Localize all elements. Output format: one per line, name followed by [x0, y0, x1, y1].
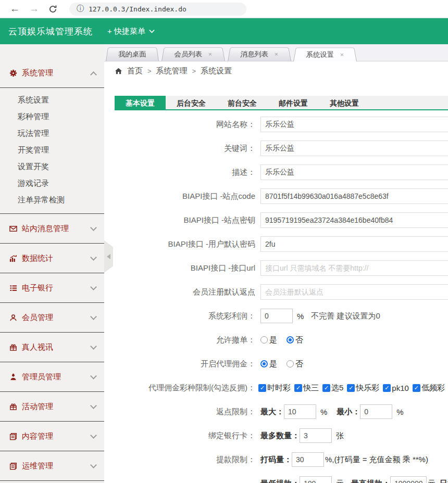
dama-label: 打码量：: [260, 455, 292, 465]
dama-input[interactable]: [292, 452, 324, 467]
dama-formula: %,(打码量 = 充值金额 乘 **%): [325, 455, 428, 465]
reload-icon[interactable]: [48, 5, 57, 14]
agent-commission-yes-radio[interactable]: [260, 360, 268, 367]
sidebar-item-activity-management[interactable]: 活动管理: [0, 392, 104, 421]
allow-cancel-no-radio[interactable]: [287, 336, 294, 344]
breadcrumb-system-management[interactable]: 系统管理: [156, 66, 188, 76]
breadcrumb-system-settings[interactable]: 系统设置: [201, 66, 232, 76]
tab-member-list[interactable]: 会员列表 ×: [161, 47, 225, 61]
sidebar-item-message-management[interactable]: 站内消息管理: [0, 214, 104, 243]
sidebar-item-draw-management[interactable]: 开奖管理: [0, 142, 104, 158]
tab-label: 消息列表: [240, 48, 269, 61]
chart-icon: [9, 255, 17, 262]
sidebar-item-member-management[interactable]: 会员管理: [0, 303, 104, 332]
close-icon[interactable]: ×: [340, 48, 345, 61]
checkbox-label[interactable]: 快三: [303, 383, 319, 393]
tab-basic-settings[interactable]: 基本设置: [115, 96, 166, 110]
app-title: 云顶娱乐城管理系统: [8, 26, 93, 37]
book-icon: [9, 433, 17, 440]
quick-menu-button[interactable]: + 快捷菜单: [107, 27, 155, 36]
checkbox-label[interactable]: 低频彩: [421, 383, 445, 393]
system-profit-input[interactable]: [260, 309, 293, 323]
unit-label: 元: [336, 479, 344, 483]
sidebar-item-draw-settings[interactable]: 设置开奖: [0, 158, 104, 175]
settings-form: 网站名称： 关键词： 描述： BIAPI接口 -站点code BIAPI接口 -: [115, 110, 448, 483]
sidebar-item-lottery-management[interactable]: 彩种管理: [0, 108, 104, 125]
dpc-checkbox[interactable]: [413, 384, 420, 392]
withdraw-min-input[interactable]: [300, 476, 332, 483]
tab-other-settings[interactable]: 其他设置: [319, 96, 370, 110]
radio-label[interactable]: 否: [295, 359, 303, 369]
checkbox-label[interactable]: pk10: [392, 384, 409, 392]
register-rebate-input[interactable]: [260, 284, 448, 300]
biapi-default-password-input[interactable]: [260, 236, 448, 252]
bank-card-qty-input[interactable]: [300, 428, 332, 443]
biapi-url-input[interactable]: [260, 260, 448, 276]
checkbox-label[interactable]: 时时彩: [267, 383, 291, 393]
close-icon[interactable]: ×: [208, 48, 213, 61]
sidebar-item-system-settings[interactable]: 系统设置: [0, 92, 104, 108]
radio-label[interactable]: 是: [269, 359, 277, 369]
sidebar-item-ops-management[interactable]: 运维管理: [0, 451, 104, 480]
sidebar-item-system-management[interactable]: 系统管理: [0, 59, 104, 88]
sidebar-item-data-statistics[interactable]: 数据统计: [0, 244, 104, 273]
unit-label: 元: [428, 479, 435, 483]
description-input[interactable]: [260, 164, 448, 180]
form-row: 提款限制： 打码量： %,(打码量 = 充值金额 乘 **%): [115, 448, 448, 472]
sidebar-item-e-bank[interactable]: 电子银行: [0, 273, 104, 302]
chevron-down-icon: [90, 313, 97, 320]
form-row: 代理佣金彩种限制(勾选反拥)： 时时彩 快三 选5 快乐彩 pk10 低频彩 六…: [115, 376, 448, 400]
sidebar-section: 活动管理: [0, 392, 104, 422]
rebate-min-input[interactable]: [360, 404, 392, 419]
withdraw-min-label: 最低提款：: [260, 479, 300, 483]
biapi-site-code-input[interactable]: [260, 188, 448, 204]
withdraw-max-input[interactable]: [390, 476, 427, 483]
sidebar-item-content-management[interactable]: 内容管理: [0, 422, 104, 451]
biapi-site-secret-input[interactable]: [260, 212, 448, 228]
ssc-checkbox[interactable]: [258, 384, 266, 392]
back-icon[interactable]: ←: [10, 3, 20, 15]
chevron-down-icon: [90, 224, 97, 231]
keywords-input[interactable]: [260, 141, 448, 156]
sidebar-item-live-video[interactable]: 真人视讯: [0, 333, 104, 362]
pk10-checkbox[interactable]: [383, 384, 391, 392]
tab-frontend-security[interactable]: 前台安全: [217, 96, 268, 110]
tab-system-settings[interactable]: 系统设置 ×: [293, 47, 357, 61]
agent-commission-no-radio[interactable]: [287, 360, 294, 367]
rebate-max-input[interactable]: [284, 404, 316, 419]
field-label: 系统彩利润：: [115, 311, 255, 321]
field-label: 代理佣金彩种限制(勾选反拥)：: [115, 383, 255, 393]
breadcrumb-separator: >: [192, 67, 196, 75]
settings-panel: 基本设置 后台安全 前台安全 邮件设置 其他设置 网站名称： 关键词： 描述：: [104, 96, 448, 483]
forward-icon[interactable]: →: [29, 3, 39, 15]
sidebar-item-bet-anomaly-check[interactable]: 注单异常检测: [0, 192, 104, 208]
breadcrumb-home[interactable]: 首页: [127, 66, 143, 76]
radio-label[interactable]: 是: [269, 335, 277, 345]
k3-checkbox[interactable]: [294, 384, 302, 392]
site-info-icon[interactable]: ⓘ: [77, 4, 84, 14]
tab-my-desktop[interactable]: 我的桌面: [106, 47, 159, 61]
close-icon[interactable]: ×: [273, 48, 279, 61]
sidebar-item-play-management[interactable]: 玩法管理: [0, 125, 104, 142]
sidebar-section: 站内消息管理: [0, 214, 104, 244]
field-label: 关键词：: [115, 144, 255, 154]
withdraw-max-label: 最高提款：: [351, 479, 390, 483]
sidebar-section: 管理员管理: [0, 362, 104, 392]
checkbox-label[interactable]: 快乐彩: [356, 383, 379, 393]
field-label: 开启代理佣金：: [115, 359, 255, 369]
system-submenu: 系统设置 彩种管理 玩法管理 开奖管理 设置开奖 游戏记录 注单异常检测: [0, 88, 104, 213]
radio-label[interactable]: 否: [295, 335, 303, 345]
sidebar-item-game-records[interactable]: 游戏记录: [0, 175, 104, 192]
tab-message-list[interactable]: 消息列表 ×: [228, 47, 291, 61]
x5-checkbox[interactable]: [322, 384, 330, 392]
tab-backend-security[interactable]: 后台安全: [166, 96, 217, 110]
url-bar[interactable]: ⓘ 127.0.0.3/Index.index.do: [69, 3, 246, 16]
tab-mail-settings[interactable]: 邮件设置: [268, 96, 319, 110]
sidebar-item-admin-management[interactable]: 管理员管理: [0, 362, 104, 391]
percent-unit: %: [320, 408, 327, 416]
site-name-input[interactable]: [260, 117, 448, 132]
checkbox-label[interactable]: 选5: [331, 383, 343, 393]
allow-cancel-yes-radio[interactable]: [260, 336, 268, 344]
url-text[interactable]: 127.0.0.3/Index.index.do: [89, 5, 186, 13]
klc-checkbox[interactable]: [347, 384, 355, 392]
